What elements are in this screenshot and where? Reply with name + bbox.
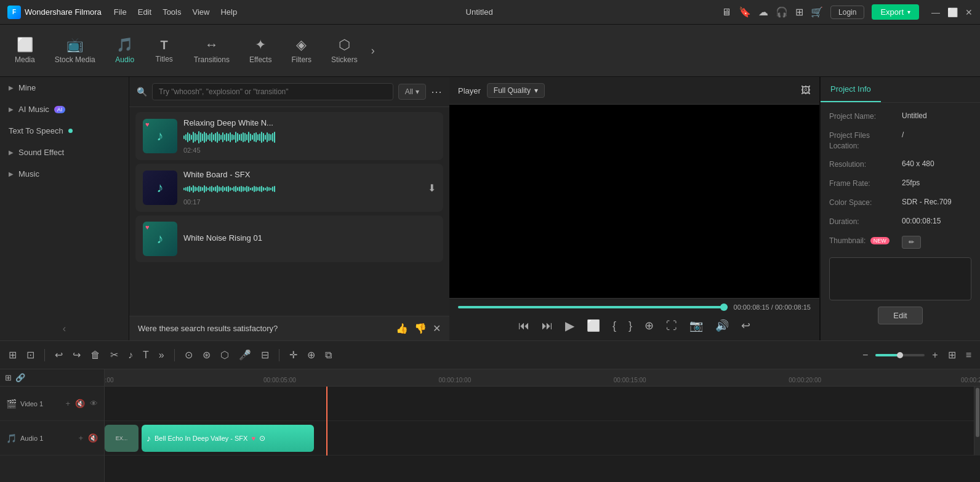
clip-button[interactable]: ⊕	[642, 316, 656, 335]
monitor-icon[interactable]: 🖥	[721, 7, 731, 18]
tl-more-icon[interactable]: »	[156, 347, 167, 363]
toolbar-filters[interactable]: ◈ Filters	[283, 32, 320, 69]
thumbnail-area	[829, 257, 971, 300]
filter-button[interactable]: All ▾	[398, 84, 426, 100]
audio1-mute-icon[interactable]: 🔇	[88, 433, 98, 443]
tl-redo-icon[interactable]: ↪	[70, 347, 83, 363]
toolbar-audio[interactable]: 🎵 Audio	[106, 32, 143, 69]
video1-mute-icon[interactable]: 🔇	[75, 399, 85, 408]
maximize-button[interactable]: ⬜	[947, 7, 958, 17]
audio1-add-icon[interactable]: +	[78, 433, 83, 443]
tl-audio-icon[interactable]: ♪	[126, 347, 135, 363]
project-name-value: Untitled	[902, 111, 971, 120]
minimize-button[interactable]: —	[931, 7, 940, 17]
mine-chevron: ▶	[9, 84, 14, 91]
tl-sticker-icon[interactable]: ⊕	[305, 347, 318, 363]
toolbar-stock-media[interactable]: 📺 Stock Media	[46, 32, 104, 69]
video1-add-icon[interactable]: +	[65, 399, 70, 408]
volume-button[interactable]: 🔊	[713, 316, 731, 335]
mark-in-button[interactable]: {	[610, 317, 619, 335]
quality-select[interactable]: Full Quality ▾	[487, 83, 545, 98]
tl-pip-icon[interactable]: ⧉	[323, 347, 334, 363]
sidebar-collapse-button[interactable]: ‹	[0, 317, 129, 340]
progress-fill	[458, 306, 728, 308]
audio-clip-small[interactable]: EX...	[105, 425, 139, 452]
prev-frame-button[interactable]: ⏮	[516, 317, 532, 335]
menu-file[interactable]: File	[114, 7, 127, 17]
video1-eye-icon[interactable]: 👁	[90, 399, 98, 408]
mark-out-button[interactable]: }	[626, 317, 635, 335]
close-button[interactable]: ✕	[965, 7, 973, 17]
tl-snap-icon[interactable]: ✛	[287, 347, 300, 363]
titles-icon: T	[161, 38, 168, 52]
link-icon[interactable]: 🔗	[15, 373, 25, 382]
progress-track[interactable]	[458, 306, 728, 308]
audio-clip-main[interactable]: ♪ Bell Echo In Deep Valley - SFX ♥ ⊙	[142, 425, 314, 452]
grid-icon[interactable]: ⊞	[795, 6, 803, 18]
export-button[interactable]: Export ▾	[872, 4, 919, 20]
sidebar-item-text-to-speech[interactable]: Text To Speech	[0, 120, 129, 142]
more-button[interactable]: ↩	[739, 316, 753, 335]
audio-card-0[interactable]: ♥ ♪ Relaxing Deep White N... 02:45	[135, 112, 443, 160]
audio-search-input[interactable]	[152, 83, 393, 100]
tl-undo-icon[interactable]: ↩	[52, 347, 65, 363]
sidebar-item-sound-effect[interactable]: ▶ Sound Effect	[0, 142, 129, 163]
sidebar-item-music[interactable]: ▶ Music	[0, 163, 129, 185]
sidebar-item-mine[interactable]: ▶ Mine	[0, 77, 129, 98]
toolbar-stickers[interactable]: ⬡ Stickers	[323, 32, 366, 69]
play-button[interactable]: ▶	[563, 316, 577, 335]
timeline-scrollbar[interactable]	[974, 387, 980, 456]
tl-layout-icon[interactable]: ⊞	[6, 347, 19, 363]
audio-duration-1: 00:17	[183, 198, 422, 206]
menu-tools[interactable]: Tools	[163, 7, 181, 17]
tl-dissolve-icon[interactable]: ⊛	[200, 347, 213, 363]
zoom-in-icon[interactable]: +	[930, 347, 940, 363]
player-settings-icon[interactable]: 🖼	[801, 85, 811, 96]
menu-edit[interactable]: Edit	[138, 7, 151, 17]
zoom-out-icon[interactable]: −	[860, 347, 870, 363]
scrollbar-thumb[interactable]	[976, 388, 979, 437]
tl-magnet-icon[interactable]: ⊡	[24, 347, 37, 363]
tl-text-icon[interactable]: T	[140, 347, 151, 363]
headphone-icon[interactable]: 🎧	[776, 6, 788, 18]
tl-shield-icon[interactable]: ⬡	[218, 347, 231, 363]
step-back-button[interactable]: ⏭	[539, 317, 555, 335]
audio-card-1[interactable]: ♪ White Board - SFX 00:17 ⬇	[135, 164, 443, 212]
tl-settings-icon[interactable]: ≡	[963, 347, 974, 363]
tl-grid-icon[interactable]: ⊞	[946, 347, 958, 363]
titlebar-menus: File Edit Tools View Help	[114, 7, 237, 17]
download-icon-1[interactable]: ⬇	[428, 182, 436, 194]
tl-split-icon[interactable]: ⊙	[182, 347, 195, 363]
cart-icon[interactable]: 🛒	[811, 6, 823, 18]
zoom-track[interactable]	[875, 354, 925, 356]
tl-layers-icon[interactable]: ⊟	[259, 347, 271, 363]
bookmark-icon[interactable]: 🔖	[739, 6, 751, 18]
feedback-close-button[interactable]: ✕	[433, 323, 441, 334]
toolbar-more-chevron[interactable]: ›	[371, 44, 375, 57]
snapshot-button[interactable]: 📷	[687, 316, 705, 335]
thumbs-down-icon[interactable]: 👎	[414, 323, 427, 334]
more-options-button[interactable]: ⋯	[431, 85, 442, 98]
thumbs-up-icon[interactable]: 👍	[396, 323, 408, 334]
fullscreen-button[interactable]: ⛶	[664, 317, 680, 335]
thumbnail-edit-button[interactable]: ✏	[902, 236, 921, 249]
audio-panel: 🔍 All ▾ ⋯ ♥ ♪ Relaxing Deep White N... 0…	[129, 77, 449, 340]
toolbar-media[interactable]: ⬜ Media	[6, 32, 44, 69]
tab-project-info[interactable]: Project Info	[821, 77, 881, 102]
toolbar-effects[interactable]: ✦ Effects	[241, 32, 280, 69]
menu-view[interactable]: View	[192, 7, 209, 17]
add-track-row-icon[interactable]: ⊞	[5, 373, 12, 382]
tl-mic-icon[interactable]: 🎤	[236, 347, 254, 363]
player-label: Player	[458, 86, 481, 95]
sidebar-item-ai-music[interactable]: ▶ AI Music AI	[0, 98, 129, 120]
edit-button[interactable]: Edit	[878, 307, 922, 324]
tl-delete-icon[interactable]: 🗑	[88, 347, 103, 363]
audio-card-2[interactable]: ♥ ♪ White Noise Rising 01	[135, 215, 443, 262]
crop-button[interactable]: ⬜	[584, 316, 603, 335]
tl-cut-icon[interactable]: ✂	[108, 347, 121, 363]
login-button[interactable]: Login	[830, 6, 864, 19]
menu-help[interactable]: Help	[220, 7, 237, 17]
toolbar-titles[interactable]: T Titles	[146, 33, 183, 68]
download-cloud-icon[interactable]: ☁	[758, 6, 768, 18]
toolbar-transitions[interactable]: ↔ Transitions	[185, 32, 238, 69]
